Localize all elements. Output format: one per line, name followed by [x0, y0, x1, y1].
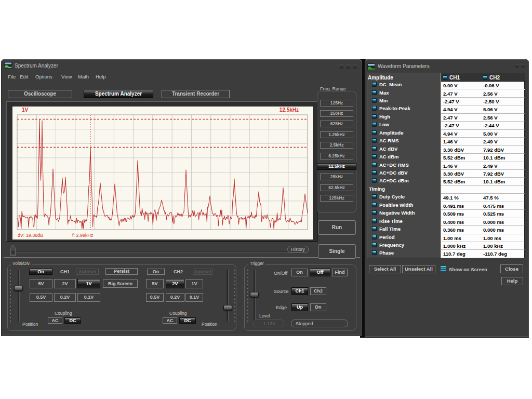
svg-text:f: 2.99kHz: f: 2.99kHz	[72, 233, 94, 238]
svg-text:1V: 1V	[22, 107, 29, 113]
svg-text:dV: 19.38dB: dV: 19.38dB	[18, 233, 43, 238]
svg-text:12.5kHz: 12.5kHz	[280, 107, 299, 113]
